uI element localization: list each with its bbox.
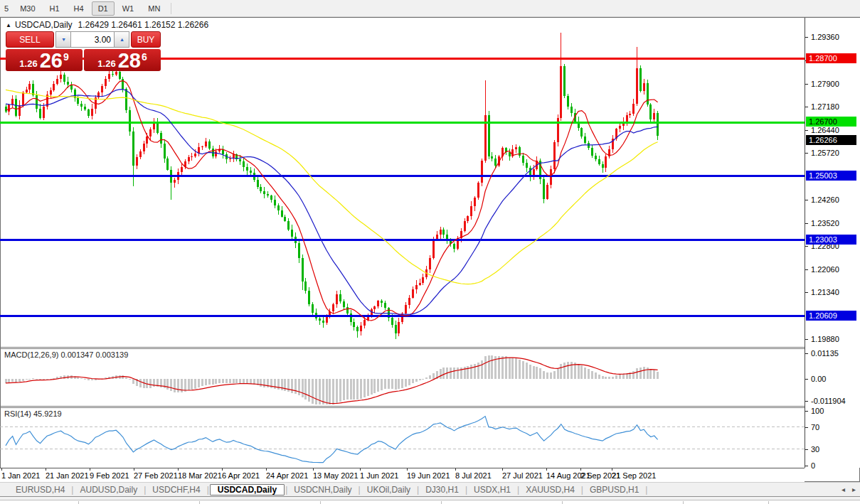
timeframe-button-h4[interactable]: H4 <box>68 1 90 16</box>
tab-separator: | <box>417 485 419 495</box>
date-axis-tick <box>360 468 361 471</box>
price-axis-tick <box>805 153 808 154</box>
chart-ohlc-values: 1.26429 1.26461 1.26152 1.26266 <box>78 20 209 30</box>
date-axis-label: 21 Sep 2021 <box>612 471 656 480</box>
date-axis-tick <box>580 468 581 471</box>
price-axis-tick-label: 1.25720 <box>811 149 839 157</box>
macd-axis-label: 0.00 <box>811 375 826 383</box>
macd-axis-tick <box>805 353 808 354</box>
price-axis-tick <box>805 223 808 224</box>
timeframe-button-h1[interactable]: H1 <box>43 1 66 16</box>
terminal-column-divider <box>78 501 79 504</box>
timeframe-button-mn[interactable]: MN <box>142 1 166 16</box>
one-click-collapse-icon[interactable]: ▲ <box>6 22 11 28</box>
date-axis-label: 1 Jan 2021 <box>1 471 40 480</box>
price-axis-tick <box>805 292 808 293</box>
macd-label: MACD(12,26,9) 0.001347 0.003139 <box>4 350 128 359</box>
rsi-axis-label: 70 <box>811 423 819 431</box>
terminal-panel-divider <box>0 500 860 500</box>
date-axis-tick <box>546 468 547 471</box>
date-axis-tick <box>46 468 46 471</box>
chart-tab-eurusd-h4[interactable]: EURUSD,H4 <box>10 484 70 495</box>
tab-scroll-right-icon[interactable]: ▸ <box>852 486 856 493</box>
date-axis-label: 19 Jun 2021 <box>407 471 450 480</box>
price-level-badge: 1.23003 <box>806 235 856 245</box>
terminal-column-divider <box>320 501 321 504</box>
panel-splitter[interactable] <box>0 347 860 348</box>
chart-tab-usdcnh-daily[interactable]: USDCNH,Daily <box>288 484 357 495</box>
buy-price-prefix: 1.26 <box>97 58 115 70</box>
date-axis-tick <box>612 468 612 471</box>
date-axis-tick <box>178 468 179 471</box>
date-axis-label: 6 Apr 2021 <box>222 471 260 480</box>
price-axis-tick-label: 1.29360 <box>811 33 839 41</box>
price-axis-tick <box>805 269 808 270</box>
date-axis-tick <box>266 468 267 471</box>
terminal-column-divider <box>199 501 200 504</box>
terminal-column-divider <box>768 501 769 504</box>
timeframe-button-5[interactable]: 5 <box>1 1 12 16</box>
rsi-label: RSI(14) 45.9219 <box>4 409 62 418</box>
tab-separator: | <box>144 485 146 495</box>
price-axis-tick <box>805 200 808 200</box>
price-axis-tick <box>805 37 808 38</box>
date-axis-tick <box>222 468 223 471</box>
tab-scroll-left-icon[interactable]: ◂ <box>842 486 845 493</box>
sell-button[interactable]: SELL <box>6 31 54 48</box>
price-axis-tick-label: 1.26440 <box>811 126 839 134</box>
rsi-axis-label: 100 <box>811 407 824 415</box>
price-axis-tick <box>805 246 808 247</box>
terminal-column-divider <box>562 501 563 504</box>
volume-input[interactable] <box>71 31 114 48</box>
rsi-axis-tick <box>805 466 808 466</box>
tab-scroll-arrows: ◂▸ <box>842 486 856 493</box>
sell-price-display[interactable]: 1.26269 <box>6 49 83 71</box>
price-level-badge: 1.20609 <box>806 311 856 321</box>
price-axis-tick-label: 1.22060 <box>811 265 839 274</box>
macd-axis-tick <box>805 401 808 402</box>
chart-tab-usdcad-daily[interactable]: USDCAD,Daily <box>210 484 285 495</box>
price-level-badge: 1.28700 <box>806 53 856 63</box>
timeframe-button-d1[interactable]: D1 <box>92 1 115 16</box>
trading-platform-window: 5M30H1H4D1W1MN ▲USDCAD,Daily1.26429 1.26… <box>0 0 860 504</box>
price-axis-tick-label: 1.21340 <box>811 288 839 296</box>
date-axis-tick <box>407 468 408 471</box>
price-axis: 1.293601.286401.279001.271801.264401.257… <box>805 18 860 468</box>
date-axis-label: 9 Feb 2021 <box>90 471 129 480</box>
chart-tab-usdchf-h4[interactable]: USDCHF,H4 <box>147 484 206 495</box>
chart-tab-dj30-h1[interactable]: DJ30,H1 <box>420 484 464 495</box>
date-axis-tick <box>90 468 90 471</box>
chart-title: ▲USDCAD,Daily1.26429 1.26461 1.26152 1.2… <box>6 20 208 30</box>
panel-splitter[interactable] <box>0 406 860 407</box>
terminal-panel-edge <box>0 496 860 504</box>
date-axis-label: 27 Feb 2021 <box>134 471 178 480</box>
timeframe-toolbar: 5M30H1H4D1W1MN <box>0 0 860 17</box>
buy-button[interactable]: BUY <box>131 31 161 48</box>
date-axis-tick <box>502 468 503 471</box>
chart-tab-audusd-daily[interactable]: AUDUSD,Daily <box>74 484 143 495</box>
price-axis-tick-label: 1.27180 <box>811 102 839 111</box>
date-axis-label: 18 Mar 2021 <box>178 471 222 480</box>
date-axis-tick <box>313 468 314 471</box>
timeframe-button-m30[interactable]: M30 <box>14 1 41 16</box>
sell-price-prefix: 1.26 <box>19 58 37 70</box>
current-price-badge: 1.26266 <box>806 135 856 145</box>
timeframe-button-w1[interactable]: W1 <box>116 1 141 16</box>
rsi-axis-label: 0 <box>811 461 815 470</box>
macd-axis-label: -0.011904 <box>811 397 846 405</box>
date-axis-label: 13 May 2021 <box>313 471 359 480</box>
volume-decrease-button[interactable]: ▼ <box>55 31 71 48</box>
date-axis-label: 24 Apr 2021 <box>266 471 308 480</box>
chart-tab-ukoil-daily[interactable]: UKOil,Daily <box>361 484 416 495</box>
tab-separator: | <box>465 485 467 495</box>
volume-increase-button[interactable]: ▲ <box>114 31 129 48</box>
tab-separator: | <box>359 485 361 495</box>
chart-tab-usdx-h1[interactable]: USDX,H1 <box>468 484 516 495</box>
chart-tab-gbpusd-h1[interactable]: GBPUSD,H1 <box>584 484 644 495</box>
date-axis: 1 Jan 202121 Jan 20219 Feb 202127 Feb 20… <box>0 468 805 482</box>
chart-tab-xauusd-h4[interactable]: XAUUSD,H4 <box>520 484 580 495</box>
date-axis-label: 1 Jun 2021 <box>360 471 398 480</box>
toolbar-separator <box>171 3 171 14</box>
buy-price-display[interactable]: 1.26286 <box>84 49 161 71</box>
buy-price-sup: 6 <box>142 51 147 63</box>
